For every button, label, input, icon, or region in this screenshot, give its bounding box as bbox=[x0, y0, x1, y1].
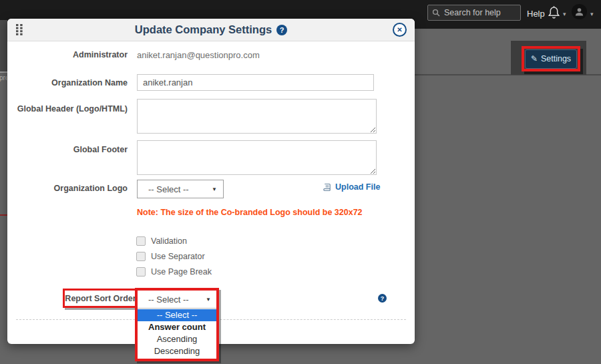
background-red-line bbox=[0, 214, 7, 216]
select-caret-icon: ▼ bbox=[206, 297, 216, 303]
search-input[interactable] bbox=[443, 7, 518, 18]
administrator-label: Administrator bbox=[7, 50, 128, 59]
organization-name-input[interactable] bbox=[137, 74, 374, 91]
use-separator-label: Use Separator bbox=[151, 252, 205, 261]
pencil-icon: ✎ bbox=[531, 54, 538, 63]
user-avatar[interactable] bbox=[572, 4, 587, 19]
report-sort-order-dropdown: -- Select -- Answer count Ascending Desc… bbox=[138, 309, 216, 359]
person-icon bbox=[574, 7, 584, 17]
settings-highlight-box: ✎ Settings bbox=[522, 46, 580, 71]
global-header-label: Global Header (Logo/HTML) bbox=[7, 104, 128, 114]
organization-name-label: Organization Name bbox=[7, 78, 128, 87]
organization-logo-label: Organization Logo bbox=[7, 184, 128, 193]
report-sort-order-label-highlight: Report Sort Order bbox=[63, 289, 138, 308]
file-icon bbox=[323, 183, 331, 192]
report-sort-order-selected-value: -- Select -- bbox=[138, 295, 206, 305]
dropdown-option-ascending[interactable]: Ascending bbox=[138, 333, 216, 345]
use-page-break-row: Use Page Break bbox=[136, 267, 212, 277]
dropdown-option-descending[interactable]: Descending bbox=[138, 345, 216, 357]
account-caret-icon[interactable]: ▾ bbox=[590, 11, 594, 17]
background-text-fragment: pro bbox=[0, 74, 7, 81]
validation-checkbox[interactable] bbox=[136, 236, 146, 246]
report-sort-order-highlight-box: -- Select -- ▼ -- Select -- Answer count… bbox=[135, 288, 219, 361]
background-page-strip bbox=[0, 20, 7, 72]
report-sort-order-label: Report Sort Order bbox=[65, 294, 136, 303]
validation-row: Validation bbox=[136, 236, 187, 246]
dropdown-group-answer-count: Answer count bbox=[138, 321, 216, 333]
dropdown-option-select[interactable]: -- Select -- bbox=[138, 309, 216, 321]
administrator-value: aniket.ranjan@questionpro.com bbox=[137, 50, 260, 60]
upload-file-label: Upload File bbox=[335, 182, 380, 192]
logo-size-note: Note: The size of the Co-branded Logo sh… bbox=[137, 208, 363, 217]
report-sort-order-select[interactable]: -- Select -- ▼ bbox=[138, 291, 216, 309]
use-separator-row: Use Separator bbox=[136, 252, 205, 261]
global-header-textarea[interactable] bbox=[137, 99, 377, 134]
notifications-bell-icon[interactable] bbox=[548, 5, 560, 20]
use-separator-checkbox[interactable] bbox=[136, 252, 146, 261]
screen: Help ▾ ▾ pro ✎ Settings bbox=[0, 0, 601, 364]
select-caret-icon: ▼ bbox=[212, 186, 223, 192]
global-footer-textarea[interactable] bbox=[137, 140, 377, 175]
global-footer-label: Global Footer bbox=[7, 145, 128, 154]
validation-label: Validation bbox=[151, 236, 187, 246]
background-divider bbox=[0, 71, 7, 73]
title-help-icon[interactable]: ? bbox=[276, 25, 287, 35]
dialog-title: Update Company Settings bbox=[135, 23, 272, 36]
dialog-title-row: Update Company Settings ? bbox=[7, 19, 415, 41]
use-page-break-label: Use Page Break bbox=[151, 267, 212, 277]
help-search-box[interactable] bbox=[427, 5, 521, 21]
notifications-caret-icon[interactable]: ▾ bbox=[563, 11, 566, 17]
upload-file-link[interactable]: Upload File bbox=[323, 182, 380, 192]
organization-logo-selected-value: -- Select -- bbox=[138, 184, 212, 194]
update-company-settings-dialog: Update Company Settings ? ✕ Administrato… bbox=[7, 19, 415, 344]
settings-button-label: Settings bbox=[541, 54, 571, 63]
search-icon bbox=[432, 9, 440, 17]
use-page-break-checkbox[interactable] bbox=[136, 267, 146, 277]
close-icon[interactable]: ✕ bbox=[393, 23, 407, 37]
report-sort-order-help-icon[interactable]: ? bbox=[378, 294, 387, 303]
help-link[interactable]: Help bbox=[527, 9, 545, 19]
settings-button[interactable]: ✎ Settings bbox=[525, 49, 577, 69]
organization-logo-select[interactable]: -- Select -- ▼ bbox=[137, 180, 224, 198]
